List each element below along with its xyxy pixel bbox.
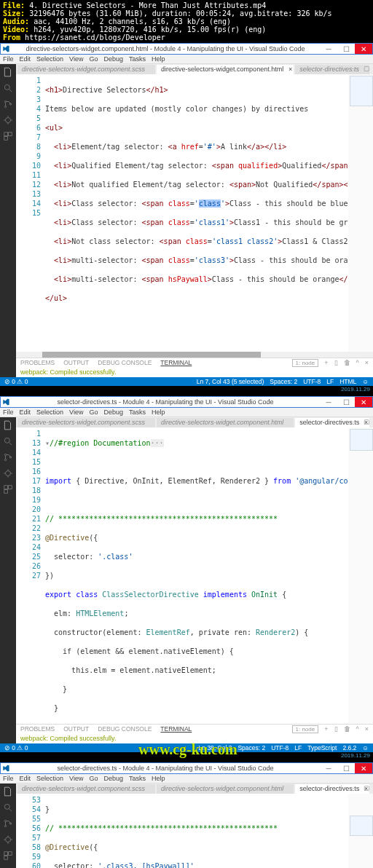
window-close[interactable]: ✕ <box>355 397 372 407</box>
minimap[interactable] <box>348 427 373 724</box>
files-icon[interactable] <box>3 420 13 430</box>
menu-tasks[interactable]: Tasks <box>129 55 146 63</box>
window-title: directive-selectors-widget.component.htm… <box>11 45 320 52</box>
close-icon[interactable]: × <box>288 65 292 74</box>
search-icon[interactable] <box>3 83 13 93</box>
window-close[interactable]: ✕ <box>355 44 372 54</box>
debug-icon[interactable] <box>3 115 13 125</box>
status-issues[interactable]: ⊘ 0 ⚠ 0 <box>4 378 28 385</box>
svg-point-9 <box>4 454 6 455</box>
menu-selection[interactable]: Selection <box>36 55 63 63</box>
titlebar[interactable]: directive-selectors-widget.component.htm… <box>0 43 373 55</box>
editor-area[interactable]: ▾//#region Documentation··· import { Dir… <box>45 427 348 724</box>
svg-rect-15 <box>4 490 8 494</box>
panel: PROBLEMS OUTPUT DEBUG CONSOLE TERMINAL 1… <box>16 358 373 377</box>
svg-point-4 <box>6 118 11 123</box>
svg-rect-21 <box>4 852 8 856</box>
menu-file[interactable]: File <box>3 55 14 63</box>
window-min[interactable]: ─ <box>320 44 337 54</box>
svg-point-8 <box>4 438 9 443</box>
debug-icon[interactable] <box>3 468 13 478</box>
menu-edit[interactable]: Edit <box>20 55 31 63</box>
vscode-icon <box>1 44 11 54</box>
menu-debug[interactable]: Debug <box>103 55 123 63</box>
debug-icon[interactable] <box>3 835 13 845</box>
chevron-up-icon[interactable]: ^ <box>356 359 359 366</box>
menu-view[interactable]: View <box>69 55 83 63</box>
svg-rect-22 <box>9 852 12 856</box>
svg-point-10 <box>4 459 6 460</box>
timestamp: 2019.11.29 <box>341 386 370 392</box>
svg-point-1 <box>4 100 6 102</box>
svg-point-0 <box>4 84 9 90</box>
panel-terminal[interactable]: TERMINAL <box>160 359 192 366</box>
menu-bar: FileEditSelectionViewGoDebugTasksHelp <box>0 408 373 417</box>
status-ln[interactable]: Ln 7, Col 43 (5 selected) <box>197 378 264 385</box>
status-bar: ⊘ 0 ⚠ 0 Ln 38, Col 3Spaces: 2UTF-8LFType… <box>0 743 373 752</box>
editor-area[interactable]: <h1>Directive Selectors</h1> Items below… <box>45 74 348 352</box>
tab-html[interactable]: directive-selectors-widget.component.htm… <box>157 65 294 74</box>
terminal-output[interactable]: webpack: Compiled successfully. <box>16 367 373 377</box>
vscode-icon <box>1 397 11 407</box>
svg-point-12 <box>6 471 11 476</box>
terminal-select[interactable]: 1: node <box>292 359 319 367</box>
search-icon[interactable] <box>3 436 13 446</box>
minimap[interactable] <box>348 794 373 868</box>
panel-problems[interactable]: PROBLEMS <box>20 359 55 366</box>
window-title: selector-directives.ts - Module 4 - Mani… <box>11 398 320 406</box>
editor-area[interactable]: } // ***********************************… <box>45 794 348 868</box>
tab-html[interactable]: directive-selectors-widget.component.htm… <box>157 418 294 427</box>
activity-bar <box>0 64 16 377</box>
files-icon[interactable] <box>3 67 13 77</box>
tab-overflow[interactable]: ··· <box>352 65 358 72</box>
h-scrollbar[interactable] <box>16 352 373 358</box>
media-info: File: 4. Directive Selectors - More Than… <box>0 0 373 43</box>
window-max[interactable]: ☐ <box>337 44 355 54</box>
window-max[interactable]: ☐ <box>337 397 355 407</box>
vscode-icon <box>1 763 11 773</box>
titlebar[interactable]: selector-directives.ts - Module 4 - Mani… <box>0 396 373 408</box>
svg-rect-13 <box>4 486 8 489</box>
git-icon[interactable] <box>3 818 13 829</box>
menu-go[interactable]: Go <box>89 55 98 63</box>
editor-tabs: directive-selectors-widget.component.scs… <box>16 64 373 74</box>
menu-help[interactable]: Help <box>152 55 165 63</box>
files-icon[interactable] <box>3 786 13 797</box>
extensions-icon[interactable] <box>3 484 13 494</box>
window-min[interactable]: ─ <box>320 397 337 407</box>
extensions-icon[interactable] <box>3 131 13 141</box>
svg-rect-6 <box>9 133 12 136</box>
minimap[interactable] <box>348 74 373 352</box>
activity-bar <box>0 417 16 743</box>
svg-rect-5 <box>4 133 8 136</box>
split-icon[interactable]: ▢ <box>364 65 370 72</box>
line-gutter: 123456789101112131415 <box>16 74 45 352</box>
svg-rect-14 <box>9 486 12 489</box>
terminal-trash[interactable]: 🗑 <box>344 359 350 366</box>
panel-debug-console[interactable]: DEBUG CONSOLE <box>98 359 152 366</box>
svg-point-2 <box>4 106 6 107</box>
terminal-add[interactable]: + <box>324 359 328 366</box>
smile-icon[interactable]: ☺ <box>362 378 369 385</box>
git-icon[interactable] <box>3 99 13 109</box>
search-icon[interactable] <box>3 802 13 813</box>
panel-output[interactable]: OUTPUT <box>63 359 89 366</box>
svg-rect-7 <box>4 137 8 141</box>
editor-tabs: directive-selectors-widget.component.scs… <box>16 417 373 427</box>
svg-rect-23 <box>4 856 8 860</box>
extensions-icon[interactable] <box>3 851 13 861</box>
svg-point-16 <box>4 804 9 809</box>
svg-point-18 <box>4 825 6 826</box>
git-icon[interactable] <box>3 452 13 462</box>
status-bar: ⊘ 0 ⚠ 0 Ln 7, Col 43 (5 selected)Spaces:… <box>0 377 373 386</box>
svg-point-20 <box>6 837 11 843</box>
menu-bar: File Edit Selection View Go Debug Tasks … <box>0 55 373 64</box>
tab-scss[interactable]: directive-selectors-widget.component.scs… <box>17 418 155 427</box>
close-icon[interactable]: × <box>365 359 369 366</box>
terminal-split[interactable]: ▯ <box>334 359 338 366</box>
titlebar[interactable]: selector-directives.ts - Module 4 - Mani… <box>0 762 373 774</box>
line-gutter: 1131415161718192021222324252627 <box>16 427 45 724</box>
tab-scss[interactable]: directive-selectors-widget.component.scs… <box>17 65 155 74</box>
svg-point-17 <box>4 820 6 821</box>
